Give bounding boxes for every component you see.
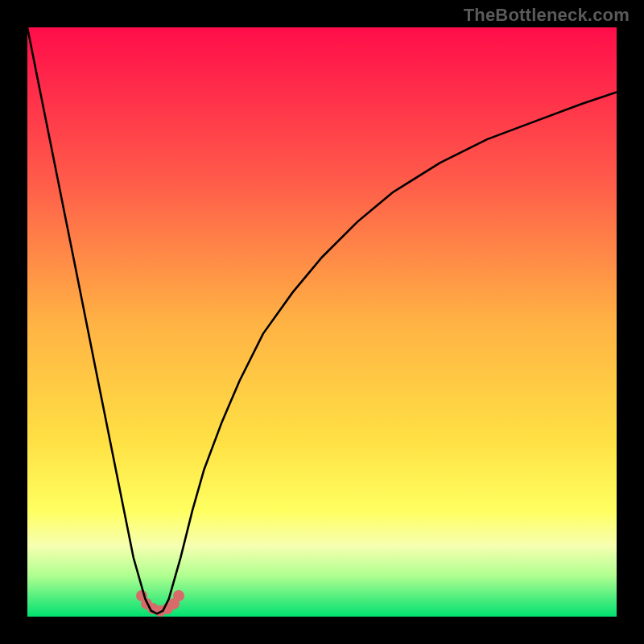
plot-area: [27, 27, 617, 617]
chart-svg: [27, 27, 617, 617]
watermark-text: TheBottleneck.com: [464, 5, 630, 26]
background-gradient: [27, 27, 617, 617]
chart-frame: TheBottleneck.com: [0, 0, 644, 644]
svg-point-6: [173, 590, 184, 601]
